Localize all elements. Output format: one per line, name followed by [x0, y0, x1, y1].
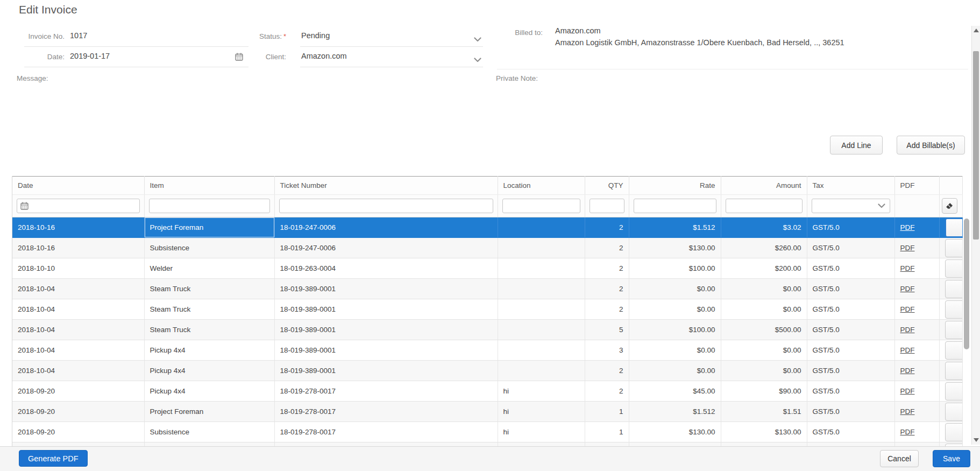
cell-tax[interactable]: GST/5.0 [807, 402, 894, 422]
status-select[interactable]: Pending [301, 31, 330, 40]
column-header-rate[interactable]: Rate [629, 177, 721, 195]
cell-date[interactable]: 2018-09-20 [12, 402, 144, 422]
cell-date[interactable]: 2018-10-10 [12, 258, 144, 279]
table-row[interactable]: 2018-10-04 Pickup 4x4 18-019-389-0001 3 … [12, 340, 962, 361]
cell-rate[interactable]: $0.00 [629, 279, 721, 299]
grid-scrollbar-track[interactable] [962, 217, 971, 446]
cell-qty[interactable]: 2 [585, 299, 629, 320]
cell-date[interactable] [12, 442, 144, 447]
filter-item-input[interactable] [149, 199, 270, 213]
cell-qty[interactable]: 5 [585, 320, 629, 340]
cell-qty[interactable]: 2 [585, 361, 629, 381]
row-menu-button[interactable] [945, 218, 963, 237]
generate-pdf-button[interactable]: Generate PDF [19, 450, 88, 467]
cell-tax[interactable]: GST/5.0 [807, 299, 894, 320]
save-button[interactable]: Save [933, 450, 970, 467]
add-billables-button[interactable]: Add Billable(s) [897, 136, 965, 154]
grid-scrollbar-thumb[interactable] [964, 219, 969, 349]
cell-location[interactable] [498, 320, 585, 340]
cell-ticket-number[interactable]: 18-019-263-0004 [274, 258, 498, 279]
cell-amount[interactable]: $90.00 [721, 381, 807, 402]
date-field[interactable]: 2019-01-17 [70, 52, 110, 60]
pdf-link[interactable]: PDF [900, 387, 915, 395]
clear-filters-button[interactable] [942, 198, 957, 214]
table-row[interactable]: 2018-10-04 Steam Truck 18-019-389-0001 2… [12, 279, 962, 299]
cell-item[interactable]: Subsistence [144, 422, 274, 442]
cell-date[interactable]: 2018-10-04 [12, 299, 144, 320]
cell-location[interactable]: hi [498, 402, 585, 422]
cell-qty[interactable]: 2 [585, 279, 629, 299]
table-row[interactable]: 2018-10-04 Steam Truck 18-019-389-0001 2… [12, 299, 962, 320]
cell-rate[interactable]: $130.00 [629, 238, 721, 258]
cell-ticket-number[interactable]: 18-019-389-0001 [274, 279, 498, 299]
table-row[interactable]: 2018-10-10 Welder 18-019-263-0004 2 $100… [12, 258, 962, 279]
row-menu-button[interactable] [945, 259, 963, 278]
cell-amount[interactable]: $1.51 [721, 402, 807, 422]
cell-rate[interactable]: $0.00 [629, 340, 721, 361]
table-row-partial[interactable] [12, 442, 962, 447]
table-row[interactable]: 2018-10-04 Pickup 4x4 18-019-389-0001 2 … [12, 361, 962, 381]
filter-date-calendar-icon[interactable] [20, 202, 29, 212]
page-scrollbar-track[interactable] [971, 26, 980, 445]
cell-tax[interactable]: GST/5.0 [807, 217, 894, 238]
cell-amount[interactable]: $0.00 [721, 361, 807, 381]
pdf-link[interactable]: PDF [900, 346, 915, 354]
table-row[interactable]: 2018-10-16 Project Foreman 18-019-247-00… [12, 217, 962, 238]
cell-date[interactable]: 2018-09-20 [12, 381, 144, 402]
cell-amount[interactable]: $260.00 [721, 238, 807, 258]
cell-qty[interactable] [585, 442, 629, 447]
cell-item[interactable]: Project Foreman [144, 217, 274, 238]
filter-tax-dropdown[interactable] [812, 199, 890, 213]
cell-location[interactable] [498, 442, 585, 447]
table-row[interactable]: 2018-10-04 Steam Truck 18-019-389-0001 5… [12, 320, 962, 340]
cell-rate[interactable]: $100.00 [629, 320, 721, 340]
client-select[interactable]: Amazon.com [301, 52, 347, 60]
cell-item[interactable] [144, 442, 274, 447]
cell-item[interactable]: Subsistence [144, 238, 274, 258]
table-row[interactable]: 2018-09-20 Subsistence 18-019-278-0017 h… [12, 422, 962, 442]
cell-ticket-number[interactable]: 18-019-278-0017 [274, 402, 498, 422]
cell-location[interactable]: hi [498, 422, 585, 442]
page-scrollbar-thumb[interactable] [973, 51, 979, 240]
cell-rate[interactable]: $1.512 [629, 217, 721, 238]
cell-date[interactable]: 2018-10-04 [12, 340, 144, 361]
cell-amount[interactable]: $3.02 [721, 217, 807, 238]
cell-date[interactable]: 2018-10-04 [12, 320, 144, 340]
table-row[interactable]: 2018-09-20 Pickup 4x4 18-019-278-0017 hi… [12, 381, 962, 402]
row-menu-button[interactable] [945, 300, 963, 319]
invoice-no-field[interactable]: 1017 [70, 31, 87, 40]
column-header-location[interactable]: Location [498, 177, 585, 195]
cell-amount[interactable]: $0.00 [721, 279, 807, 299]
table-row[interactable]: 2018-09-20 Project Foreman 18-019-278-00… [12, 402, 962, 422]
pdf-link[interactable]: PDF [900, 264, 915, 272]
table-row[interactable]: 2018-10-16 Subsistence 18-019-247-0006 2… [12, 238, 962, 258]
cell-qty[interactable]: 2 [585, 217, 629, 238]
cell-qty[interactable]: 2 [585, 258, 629, 279]
cell-tax[interactable]: GST/5.0 [807, 320, 894, 340]
pdf-link[interactable]: PDF [900, 305, 915, 313]
cell-amount[interactable]: $500.00 [721, 320, 807, 340]
cell-rate[interactable]: $0.00 [629, 361, 721, 381]
pdf-link[interactable]: PDF [900, 285, 915, 293]
cell-tax[interactable] [807, 442, 894, 447]
cell-item[interactable]: Welder [144, 258, 274, 279]
filter-rate-input[interactable] [634, 199, 716, 213]
cell-qty[interactable]: 2 [585, 381, 629, 402]
pdf-link[interactable]: PDF [900, 326, 915, 334]
column-header-date[interactable]: Date [12, 177, 144, 195]
cell-item[interactable]: Project Foreman [144, 402, 274, 422]
cell-location[interactable] [498, 258, 585, 279]
cell-ticket-number[interactable]: 18-019-278-0017 [274, 422, 498, 442]
cell-date[interactable]: 2018-10-04 [12, 361, 144, 381]
pdf-link[interactable]: PDF [900, 244, 915, 252]
row-menu-button[interactable] [945, 403, 963, 421]
cell-qty[interactable]: 3 [585, 340, 629, 361]
cell-rate[interactable]: $45.00 [629, 381, 721, 402]
column-header-tax[interactable]: Tax [807, 177, 894, 195]
cell-location[interactable] [498, 238, 585, 258]
add-line-button[interactable]: Add Line [830, 136, 883, 154]
cell-tax[interactable]: GST/5.0 [807, 381, 894, 402]
column-header-amount[interactable]: Amount [721, 177, 807, 195]
cell-amount[interactable]: $200.00 [721, 258, 807, 279]
pdf-link[interactable]: PDF [900, 223, 915, 231]
